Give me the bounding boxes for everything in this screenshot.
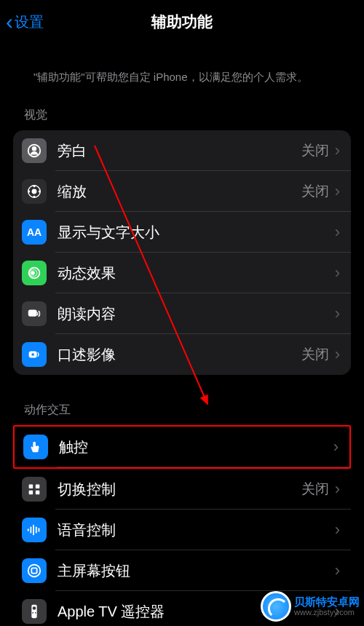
chevron-right-icon: › bbox=[333, 437, 339, 456]
back-button[interactable]: ‹ 设置 bbox=[6, 11, 44, 33]
spoken-content-icon bbox=[22, 301, 47, 326]
svg-point-7 bbox=[39, 191, 40, 192]
chevron-right-icon: › bbox=[335, 561, 340, 580]
watermark: 贝斯特安卓网 www.zjbstyy.com bbox=[261, 591, 360, 622]
svg-point-10 bbox=[31, 272, 34, 274]
row-value: 关闭 bbox=[301, 480, 329, 499]
section-header-vision: 视觉 bbox=[24, 108, 351, 123]
row-zoom[interactable]: 缩放 关闭 › bbox=[13, 171, 351, 212]
voiceover-icon bbox=[22, 138, 47, 163]
row-voice-control[interactable]: 语音控制 › bbox=[13, 510, 351, 550]
voice-control-icon bbox=[22, 518, 47, 542]
chevron-right-icon: › bbox=[335, 182, 340, 201]
row-label: 缩放 bbox=[58, 182, 301, 202]
svg-point-27 bbox=[32, 612, 33, 614]
group-vision: 旁白 关闭 › 缩放 关闭 › AA 显示与文字大小 › 动态效果 › bbox=[13, 130, 351, 375]
svg-rect-20 bbox=[33, 525, 34, 536]
svg-rect-17 bbox=[36, 491, 40, 495]
row-home-button[interactable]: 主屏幕按钮 › bbox=[13, 550, 351, 591]
svg-rect-18 bbox=[28, 528, 29, 531]
row-touch[interactable]: 触控 › bbox=[13, 425, 351, 469]
chevron-right-icon: › bbox=[335, 223, 340, 242]
row-label: 切换控制 bbox=[58, 480, 301, 499]
row-label: 主屏幕按钮 bbox=[58, 561, 335, 581]
row-spoken-content[interactable]: 朗读内容 › bbox=[13, 293, 351, 334]
row-voiceover[interactable]: 旁白 关闭 › bbox=[13, 130, 351, 171]
row-value: 关闭 bbox=[301, 182, 329, 201]
row-value: 关闭 bbox=[301, 345, 329, 364]
row-label: 动态效果 bbox=[58, 264, 335, 283]
svg-point-26 bbox=[33, 606, 36, 610]
svg-point-3 bbox=[32, 189, 36, 194]
row-switch-control[interactable]: 切换控制 关闭 › bbox=[13, 469, 351, 510]
svg-point-28 bbox=[35, 612, 36, 614]
svg-rect-16 bbox=[29, 491, 33, 495]
watermark-url: www.zjbstyy.com bbox=[294, 608, 360, 617]
row-display[interactable]: AA 显示与文字大小 › bbox=[13, 212, 351, 253]
apple-tv-remote-icon bbox=[22, 599, 47, 624]
svg-rect-14 bbox=[29, 485, 33, 489]
svg-rect-22 bbox=[39, 528, 40, 532]
row-audio-descriptions[interactable]: 口述影像 关闭 › bbox=[13, 334, 351, 375]
chevron-right-icon: › bbox=[335, 141, 340, 160]
row-value: 关闭 bbox=[301, 141, 329, 160]
chevron-right-icon: › bbox=[335, 304, 340, 323]
svg-rect-11 bbox=[28, 310, 37, 317]
row-label: 朗读内容 bbox=[58, 304, 335, 324]
back-label: 设置 bbox=[15, 12, 44, 32]
page-description: "辅助功能"可帮助您自定 iPhone，以满足您的个人需求。 bbox=[33, 69, 331, 84]
svg-point-6 bbox=[28, 191, 30, 192]
audio-descriptions-icon bbox=[22, 342, 47, 367]
display-text-icon: AA bbox=[22, 220, 47, 245]
svg-rect-24 bbox=[31, 568, 36, 573]
svg-rect-15 bbox=[36, 485, 40, 489]
chevron-right-icon: › bbox=[335, 264, 340, 282]
touch-icon bbox=[23, 435, 48, 459]
chevron-right-icon: › bbox=[335, 520, 340, 539]
page-title: 辅助功能 bbox=[151, 12, 213, 32]
section-header-interaction: 动作交互 bbox=[24, 403, 351, 418]
chevron-right-icon: › bbox=[335, 345, 340, 364]
svg-point-23 bbox=[28, 565, 41, 577]
chevron-right-icon: › bbox=[335, 480, 340, 499]
row-label: 语音控制 bbox=[58, 520, 335, 540]
svg-rect-19 bbox=[31, 526, 32, 533]
row-label: 旁白 bbox=[58, 141, 301, 161]
home-button-icon bbox=[22, 558, 47, 583]
row-label: 显示与文字大小 bbox=[58, 223, 335, 242]
svg-point-5 bbox=[33, 196, 35, 197]
chevron-left-icon: ‹ bbox=[6, 11, 13, 33]
zoom-icon bbox=[22, 179, 47, 204]
watermark-title: 贝斯特安卓网 bbox=[294, 596, 360, 609]
svg-point-1 bbox=[33, 147, 36, 151]
motion-icon bbox=[22, 261, 47, 285]
svg-rect-21 bbox=[36, 526, 37, 533]
svg-point-4 bbox=[33, 186, 35, 187]
row-label: 口述影像 bbox=[58, 345, 301, 365]
nav-header: ‹ 设置 辅助功能 bbox=[0, 0, 364, 44]
row-motion[interactable]: 动态效果 › bbox=[13, 253, 351, 293]
watermark-logo-icon bbox=[261, 591, 291, 622]
switch-control-icon bbox=[22, 477, 47, 502]
svg-point-13 bbox=[31, 353, 34, 356]
row-label: 触控 bbox=[59, 437, 333, 457]
